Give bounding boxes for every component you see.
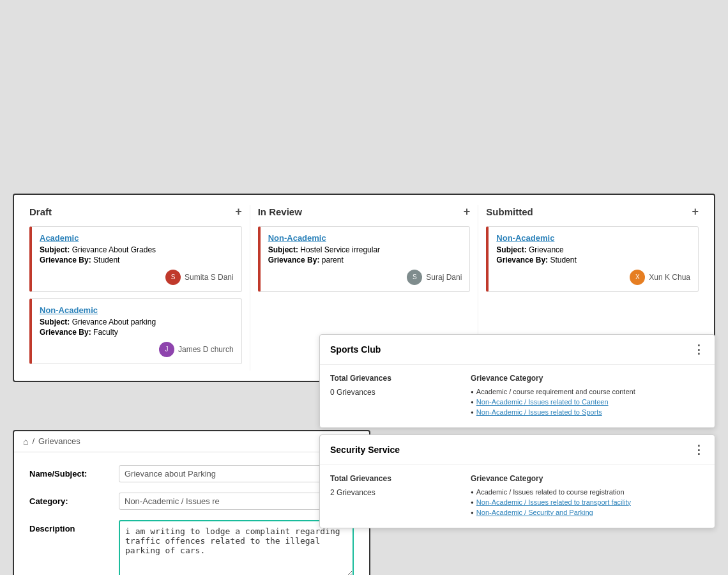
name-subject-row: Name/Subject: bbox=[29, 465, 354, 482]
draft-col-title: Draft bbox=[29, 206, 52, 217]
security-service-header: Security Service ⋮ bbox=[320, 435, 715, 465]
sports-grievance-count: 0 Grievances bbox=[330, 388, 458, 397]
kanban-item-inreview-1[interactable]: Non-Academic Subject: Hostel Service irr… bbox=[258, 226, 471, 292]
name-subject-label: Name/Subject: bbox=[29, 465, 119, 479]
avatar-james: J bbox=[159, 342, 174, 357]
inreview-col-title: In Review bbox=[258, 206, 302, 217]
breadcrumb: ⌂ / Grievances bbox=[14, 431, 369, 452]
submitted-col-header: Submitted + bbox=[486, 205, 699, 218]
security-total-label: Total Grievances bbox=[330, 474, 458, 483]
submitted-add-button[interactable]: + bbox=[692, 205, 699, 218]
user-name-ir1: Suraj Dani bbox=[426, 273, 462, 282]
item-title-submitted-1: Non-Academic bbox=[496, 233, 690, 243]
security-grievance-count: 2 Grievances bbox=[330, 488, 458, 497]
draft-add-button[interactable]: + bbox=[235, 205, 242, 218]
item-user-2: J James D church bbox=[40, 342, 234, 357]
security-cat-1: Academic / Issues related to course regi… bbox=[471, 488, 704, 496]
sports-club-right: Grievance Category Academic / course req… bbox=[471, 374, 704, 418]
avatar-suraj: S bbox=[407, 270, 422, 285]
dropdown-panels: Sports Club ⋮ Total Grievances 0 Grievan… bbox=[319, 334, 715, 535]
item-title-non-academic: Non-Academic bbox=[40, 305, 234, 315]
user-name-2: James D church bbox=[178, 345, 234, 354]
security-service-body: Total Grievances 2 Grievances Grievance … bbox=[320, 465, 715, 528]
sports-category-label: Grievance Category bbox=[471, 374, 704, 383]
form-body: Name/Subject: Category: Description i am… bbox=[14, 452, 369, 576]
description-textarea[interactable]: i am writing to lodge a complaint regard… bbox=[119, 520, 354, 576]
sports-club-left: Total Grievances 0 Grievances bbox=[330, 374, 458, 418]
submitted-col-title: Submitted bbox=[486, 206, 533, 217]
sports-cat-1: Academic / course requirement and course… bbox=[471, 388, 704, 395]
avatar-xun: X bbox=[630, 270, 645, 285]
sports-cat-2: Non-Academic / Issues related to Canteen bbox=[471, 398, 704, 406]
item-grievance-by-row-1: Grievance By: Student bbox=[40, 256, 234, 264]
item-user-ir1: S Suraj Dani bbox=[268, 270, 462, 285]
sports-club-body: Total Grievances 0 Grievances Grievance … bbox=[320, 365, 715, 427]
sports-club-menu-button[interactable]: ⋮ bbox=[693, 342, 704, 356]
item-title-academic: Academic bbox=[40, 233, 234, 243]
item-user-sub1: X Xun K Chua bbox=[496, 270, 690, 285]
draft-col-header: Draft + bbox=[29, 205, 242, 218]
item-subject-row-2: Subject: Grievance About parking bbox=[40, 318, 234, 326]
sports-total-label: Total Grievances bbox=[330, 374, 458, 383]
inreview-col-header: In Review + bbox=[258, 205, 471, 218]
kanban-item-draft-2[interactable]: Non-Academic Subject: Grievance About pa… bbox=[29, 298, 242, 364]
category-label: Category: bbox=[29, 493, 119, 506]
security-service-panel: Security Service ⋮ Total Grievances 2 Gr… bbox=[319, 434, 715, 528]
outer-wrapper: Draft + Academic Subject: Grievance Abou… bbox=[13, 194, 715, 382]
form-panel: ⌂ / Grievances Name/Subject: Category: D… bbox=[13, 430, 370, 576]
security-service-right: Grievance Category Academic / Issues rel… bbox=[471, 474, 704, 519]
item-subject-row-1: Subject: Grievance About Grades bbox=[40, 245, 234, 254]
col-separator-1 bbox=[250, 205, 250, 371]
sports-cat-3: Non-Academic / Issues related to Sports bbox=[471, 408, 704, 416]
name-subject-input[interactable] bbox=[119, 465, 354, 482]
sports-club-header: Sports Club ⋮ bbox=[320, 335, 715, 365]
kanban-col-draft: Draft + Academic Subject: Grievance Abou… bbox=[24, 205, 247, 371]
security-service-left: Total Grievances 2 Grievances bbox=[330, 474, 458, 519]
description-row: Description i am writing to lodge a comp… bbox=[29, 520, 354, 576]
security-cat-3: Non-Academic / Security and Parking bbox=[471, 509, 704, 516]
item-grievance-by-row-sub1: Grievance By: Student bbox=[496, 256, 690, 264]
item-title-inreview-1: Non-Academic bbox=[268, 233, 462, 243]
sports-club-panel: Sports Club ⋮ Total Grievances 0 Grievan… bbox=[319, 334, 715, 428]
user-name-sub1: Xun K Chua bbox=[649, 273, 690, 282]
kanban-item-submitted-1[interactable]: Non-Academic Subject: Grievance Grievanc… bbox=[486, 226, 699, 292]
security-service-menu-button[interactable]: ⋮ bbox=[693, 443, 704, 457]
home-icon[interactable]: ⌂ bbox=[23, 436, 28, 447]
security-category-label: Grievance Category bbox=[471, 474, 704, 483]
breadcrumb-separator: / bbox=[32, 436, 34, 446]
breadcrumb-page: Grievances bbox=[38, 436, 80, 446]
sports-club-title: Sports Club bbox=[330, 344, 381, 355]
item-user-1: S Sumita S Dani bbox=[40, 270, 234, 285]
item-grievance-by-row-2: Grievance By: Faculty bbox=[40, 328, 234, 337]
avatar-sumita: S bbox=[165, 270, 181, 285]
inreview-add-button[interactable]: + bbox=[464, 205, 471, 218]
description-label: Description bbox=[29, 520, 119, 533]
item-subject-row-sub1: Subject: Grievance bbox=[496, 245, 690, 254]
user-name-1: Sumita S Dani bbox=[185, 273, 234, 282]
security-service-title: Security Service bbox=[330, 445, 400, 455]
security-cat-2: Non-Academic / Issues related to transpo… bbox=[471, 498, 704, 506]
item-grievance-by-row-ir1: Grievance By: parent bbox=[268, 256, 462, 264]
item-subject-row-ir1: Subject: Hostel Service irregular bbox=[268, 245, 462, 254]
category-input[interactable] bbox=[119, 493, 354, 510]
kanban-item-draft-1[interactable]: Academic Subject: Grievance About Grades… bbox=[29, 226, 242, 292]
category-row: Category: bbox=[29, 493, 354, 510]
